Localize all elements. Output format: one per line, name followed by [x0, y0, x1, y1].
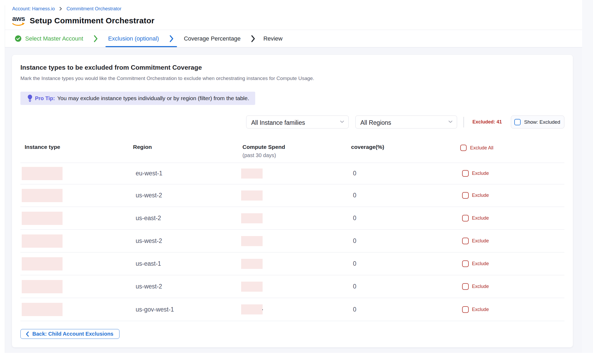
column-header-region: Region: [133, 144, 152, 150]
region-cell: eu-west-1: [136, 163, 162, 184]
table-row: us-east-1 0 Exclude: [20, 252, 564, 275]
redacted-instance-type: [22, 189, 63, 202]
regions-value: All Regions: [360, 119, 391, 126]
regions-dropdown[interactable]: All Regions: [355, 116, 457, 128]
redacted-instance-type: [22, 167, 63, 180]
show-excluded-label: Show: Excluded: [524, 119, 560, 125]
chevron-left-icon: [25, 331, 29, 337]
step-label[interactable]: Review: [263, 35, 282, 42]
step-label[interactable]: Exclusion (optional): [108, 35, 159, 42]
step-chevron-blue-icon: [169, 35, 174, 43]
step-exclusion[interactable]: Exclusion (optional): [108, 35, 159, 42]
step-label[interactable]: Coverage Percentage: [184, 35, 241, 42]
redacted-compute-spend: [241, 190, 263, 201]
step-coverage-percentage[interactable]: Coverage Percentage: [184, 35, 241, 42]
pro-tip-banner: Pro Tip: You may exclude instance types …: [20, 92, 255, 105]
table-row: us-west-2 0 Exclude: [20, 275, 564, 298]
exclude-label[interactable]: Exclude: [472, 207, 489, 229]
region-cell: us-east-2: [136, 207, 161, 229]
redacted-compute-spend: [241, 304, 263, 314]
breadcrumb-section-link[interactable]: Commitment Orchestrator: [67, 6, 121, 12]
instance-families-dropdown[interactable]: All Instance families: [246, 116, 349, 128]
chevron-down-icon: [339, 119, 345, 125]
exclude-label[interactable]: Exclude: [472, 275, 489, 298]
redacted-compute-spend: [241, 236, 263, 246]
region-cell: us-east-1: [136, 252, 161, 275]
exclude-checkbox[interactable]: [462, 260, 469, 267]
aws-logo-icon: aws: [12, 15, 25, 28]
redacted-compute-spend: [241, 213, 263, 223]
pro-tip-label: Pro Tip:: [35, 95, 55, 101]
wizard-stepper: Select Master Account Exclusion (optiona…: [15, 30, 282, 47]
header-bottom-border: [5, 47, 582, 47]
exclude-all-label[interactable]: Exclude All: [470, 145, 493, 151]
step-chevron-dark-icon: [251, 35, 255, 43]
region-cell: us-west-2: [136, 275, 162, 298]
redacted-instance-type: [22, 257, 63, 270]
chevron-down-icon: [448, 119, 453, 125]
step-review[interactable]: Review: [263, 35, 282, 42]
show-excluded-button[interactable]: Show: Excluded: [511, 116, 564, 128]
table-row: us-gov-west-1 0 Exclude: [20, 298, 564, 321]
region-cell: us-west-2: [136, 230, 162, 252]
spend-text-remnant: [262, 309, 263, 310]
exclude-checkbox[interactable]: [462, 170, 469, 177]
instance-families-value: All Instance families: [251, 119, 305, 126]
page: Account: Harness.io Commitment Orchestra…: [0, 0, 593, 364]
excluded-count: Excluded: 41: [472, 119, 502, 125]
show-excluded-checkbox[interactable]: [514, 119, 521, 125]
page-title: Setup Commitment Orchestrator: [30, 16, 154, 25]
table-row: us-east-2 0 Exclude: [20, 207, 564, 230]
filters-divider: [463, 117, 464, 127]
table-row: eu-west-1 0 Exclude: [20, 163, 564, 184]
pro-tip-text: You may exclude instance types individua…: [57, 95, 249, 101]
breadcrumb: Account: Harness.io Commitment Orchestra…: [12, 6, 121, 12]
exclude-checkbox[interactable]: [462, 215, 469, 221]
coverage-cell: 0: [353, 163, 356, 184]
coverage-cell: 0: [353, 230, 356, 252]
redacted-compute-spend: [241, 282, 263, 292]
left-border-line: [5, 5, 5, 353]
exclude-label[interactable]: Exclude: [472, 252, 489, 275]
back-button-label: Back: Child Account Exclusions: [32, 331, 113, 337]
region-cell: us-west-2: [136, 184, 162, 207]
breadcrumb-account-link[interactable]: Account: Harness.io: [12, 6, 55, 12]
redacted-instance-type: [22, 212, 63, 225]
exclude-all-checkbox[interactable]: [460, 145, 467, 151]
breadcrumb-chevron-icon: [59, 6, 63, 11]
exclude-checkbox[interactable]: [462, 283, 469, 290]
table-header: Instance type Region Compute Spend (past…: [20, 140, 564, 163]
exclude-label[interactable]: Exclude: [472, 230, 489, 252]
exclude-label[interactable]: Exclude: [472, 184, 489, 207]
lightbulb-icon: [27, 94, 33, 102]
table-row: us-west-2 0 Exclude: [20, 230, 564, 252]
coverage-cell: 0: [353, 275, 356, 298]
redacted-instance-type: [22, 303, 63, 316]
column-header-coverage: coverage(%): [351, 144, 384, 150]
column-header-instance-type: Instance type: [25, 144, 60, 150]
step-label[interactable]: Select Master Account: [25, 35, 83, 42]
step-chevron-green-icon: [93, 35, 98, 43]
redacted-instance-type: [22, 234, 63, 248]
region-cell: us-gov-west-1: [136, 298, 174, 321]
svg-text:aws: aws: [12, 15, 25, 23]
exclude-label[interactable]: Exclude: [472, 163, 489, 184]
step-select-master-account[interactable]: Select Master Account: [15, 35, 83, 42]
column-header-compute-spend: Compute Spend: [242, 144, 285, 150]
exclude-label[interactable]: Exclude: [472, 298, 489, 321]
coverage-cell: 0: [353, 252, 356, 275]
card-subtext: Mark the Instance types you would like t…: [20, 76, 314, 81]
exclude-checkbox[interactable]: [462, 306, 469, 313]
redacted-compute-spend: [241, 259, 263, 269]
coverage-cell: 0: [353, 298, 356, 321]
coverage-cell: 0: [353, 184, 356, 207]
coverage-cell: 0: [353, 207, 356, 229]
table-row: us-west-2 0 Exclude: [20, 184, 564, 207]
redacted-compute-spend: [241, 168, 263, 179]
card-heading: Instance types to be excluded from Commi…: [20, 64, 202, 71]
redacted-instance-type: [22, 280, 63, 293]
scrollbar-gutter: [582, 0, 593, 353]
exclude-checkbox[interactable]: [462, 192, 469, 199]
exclude-checkbox[interactable]: [462, 238, 469, 244]
back-button[interactable]: Back: Child Account Exclusions: [20, 329, 120, 339]
